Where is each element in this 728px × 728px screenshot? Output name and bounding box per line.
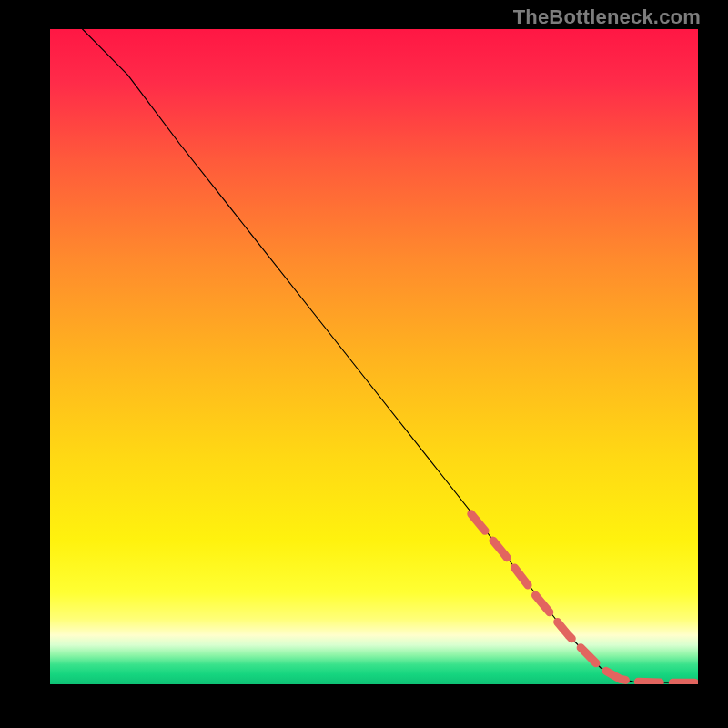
main-curve [83, 29, 698, 682]
curve-layer [50, 29, 698, 684]
plot-area [50, 29, 698, 684]
dash-overlay [471, 514, 698, 682]
watermark-text: TheBottleneck.com [513, 5, 701, 29]
chart-stage: TheBottleneck.com [0, 0, 728, 728]
